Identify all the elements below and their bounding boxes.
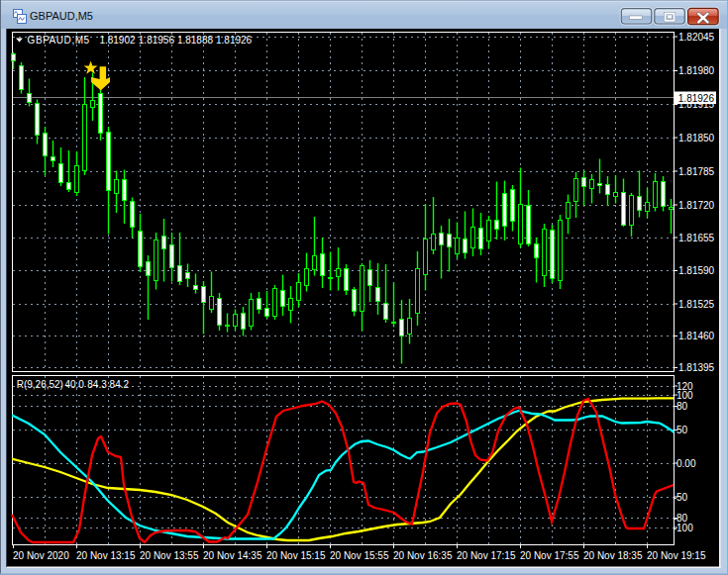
svg-text:20 Nov 19:15: 20 Nov 19:15: [647, 550, 706, 561]
svg-text:1.81926: 1.81926: [678, 93, 715, 104]
svg-text:84.2: 84.2: [110, 379, 130, 390]
svg-text:80: 80: [676, 401, 688, 412]
svg-text:1.81888: 1.81888: [177, 35, 214, 46]
svg-text:20 Nov 17:55: 20 Nov 17:55: [520, 550, 579, 561]
svg-text:100: 100: [676, 390, 693, 401]
svg-text:R(9,26,52): R(9,26,52): [17, 379, 63, 390]
svg-text:1.81785: 1.81785: [678, 166, 715, 177]
svg-text:20 Nov 15:55: 20 Nov 15:55: [330, 550, 389, 561]
svg-text:1.81525: 1.81525: [678, 299, 715, 310]
svg-text:1.81720: 1.81720: [678, 200, 715, 211]
svg-text:20 Nov 13:55: 20 Nov 13:55: [140, 550, 199, 561]
svg-text:1.82045: 1.82045: [678, 32, 715, 43]
svg-text:20 Nov 17:15: 20 Nov 17:15: [457, 550, 516, 561]
svg-text:-100: -100: [674, 523, 693, 533]
svg-text:1.81980: 1.81980: [678, 65, 715, 76]
svg-text:1.81395: 1.81395: [678, 362, 715, 373]
svg-text:GBPAUD,M5: GBPAUD,M5: [28, 35, 90, 46]
svg-text:50: 50: [676, 425, 688, 435]
svg-text:GBPAUD,M5: GBPAUD,M5: [30, 10, 93, 22]
svg-text:20 Nov 15:15: 20 Nov 15:15: [266, 550, 326, 561]
svg-text:20 Nov 13:15: 20 Nov 13:15: [76, 550, 136, 561]
svg-text:20 Nov 18:35: 20 Nov 18:35: [583, 550, 643, 561]
svg-text:20 Nov 14:35: 20 Nov 14:35: [203, 550, 262, 561]
svg-text:-50: -50: [674, 492, 688, 503]
svg-text:0.00: 0.00: [676, 458, 696, 469]
svg-text:1.81956: 1.81956: [139, 35, 175, 46]
svg-text:1.81902: 1.81902: [99, 35, 136, 46]
svg-text:1.81460: 1.81460: [678, 331, 715, 341]
svg-text:40.0: 40.0: [64, 379, 84, 390]
svg-text:1.81655: 1.81655: [678, 233, 715, 243]
svg-text:1.81850: 1.81850: [678, 133, 715, 144]
svg-text:20 Nov 2020: 20 Nov 2020: [13, 550, 69, 561]
svg-text:84.3: 84.3: [87, 379, 107, 390]
svg-text:1.81590: 1.81590: [678, 265, 715, 276]
svg-text:20 Nov 16:35: 20 Nov 16:35: [393, 550, 453, 561]
svg-text:1.81926: 1.81926: [216, 35, 253, 46]
